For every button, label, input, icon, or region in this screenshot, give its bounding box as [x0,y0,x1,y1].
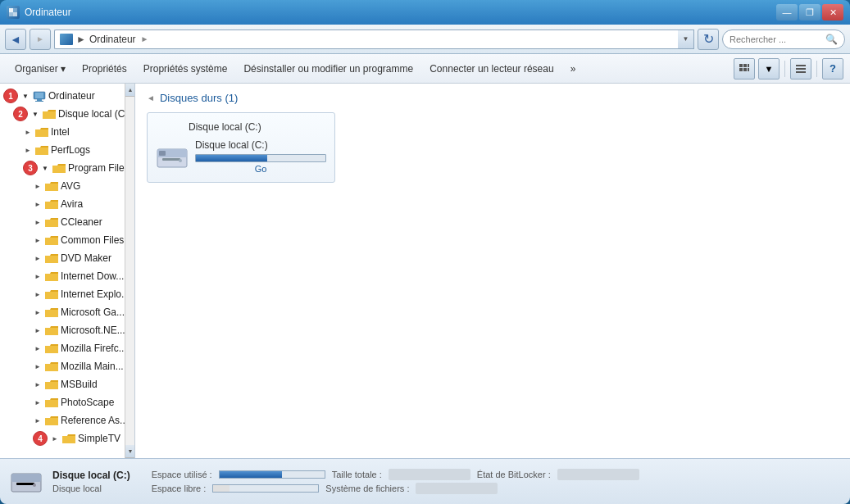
search-input[interactable] [730,34,822,44]
sidebar-item-photoscapeapp[interactable]: ► PhotoScape [0,393,134,411]
tree-arrow-disque-local: ▼ [30,109,40,119]
window-controls: — ❐ ✕ [776,4,843,20]
folder-icon-dvd-maker [45,253,58,264]
tree-arrow-mozilla-firefc: ► [33,343,43,353]
status-row-used: Espace utilisé : Taille totale : État de… [152,469,639,480]
disk-drive-icon [156,143,189,171]
view-mode-button[interactable] [734,58,755,79]
address-field[interactable]: ► Ordinateur ► [54,30,678,49]
details-view-button[interactable] [790,58,811,79]
back-button[interactable]: ◄ [5,29,26,50]
folder-icon-program-files [52,163,66,174]
forward-button[interactable]: ► [30,29,51,50]
disk-go-button[interactable]: Go [195,164,326,174]
sidebar-label-mozilla-main: Mozilla Main... [61,361,134,372]
sidebar-item-disque-local[interactable]: 2▼ Disque local (C:) [0,105,134,123]
address-dropdown[interactable]: ▼ [678,30,694,49]
scroll-up-button[interactable]: ▲ [125,84,135,97]
sidebar-item-mozilla-firefc[interactable]: ► Mozilla Firefc... [0,339,134,357]
svg-rect-14 [35,93,43,98]
svg-rect-12 [796,71,806,73]
section-title: Disques durs (1) [160,92,238,104]
sidebar-item-reference-as[interactable]: ► Reference As... [0,411,134,429]
sidebar-label-microsoft-ga: Microsoft Ga... [61,306,134,318]
sidebar-item-avg[interactable]: ► AVG [0,177,134,195]
address-arrow: ► [141,34,149,43]
refresh-button[interactable]: ↻ [698,29,719,50]
systeme-fichiers-label: Système de fichiers : [325,484,409,493]
sidebar-label-ordinateur: Ordinateur [48,90,134,102]
sidebar-item-common-files[interactable]: ► Common Files [0,231,134,249]
disk-item-label: Disque local (C:) [156,121,261,133]
svg-rect-6 [748,64,749,67]
tree-arrow-program-files: ▼ [40,163,50,173]
view-dropdown-button[interactable]: ▼ [758,58,780,79]
proprietes-button[interactable]: Propriétés [74,57,135,80]
tree-arrow-avira: ► [33,199,43,209]
taille-totale-label: Taille totale : [332,470,382,479]
disk-info: Disque local (C:) Go [195,139,326,174]
sidebar-item-microsoft-ga[interactable]: ► Microsoft Ga... [0,303,134,321]
main-panel: Disques durs (1) Disque local (C:) [135,84,850,458]
search-box[interactable]: 🔍 [722,30,845,49]
help-button[interactable]: ? [822,58,843,79]
sidebar-item-msbuild[interactable]: ► MSBuild [0,375,134,393]
sidebar-item-dvd-maker[interactable]: ► DVD Maker [0,249,134,267]
sidebar-item-internet-dow[interactable]: ► Internet Dow... [0,267,134,285]
folder-icon-msbuild [45,379,58,390]
connecter-button[interactable]: Connecter un lecteur réseau [421,57,561,80]
tree-arrow-msbuild: ► [33,379,43,389]
sidebar-item-internet-expl[interactable]: ► Internet Explo... [0,285,134,303]
tree-arrow-perflogs: ► [23,145,33,155]
folder-icon-simpletv [62,434,75,444]
sidebar-scrollbar[interactable]: ▲ ▼ [125,84,134,458]
svg-rect-24 [16,483,34,485]
tree-arrow-dvd-maker: ► [33,253,43,263]
sidebar-item-perflogs[interactable]: ► PerfLogs [0,141,134,159]
status-row-free: Espace libre : Système de fichiers : [152,483,639,494]
bitlocker-value [557,469,639,480]
more-button[interactable]: » [562,57,584,80]
sidebar-label-disque-local: Disque local (C:) [58,108,134,120]
close-button[interactable]: ✕ [822,4,843,20]
organiser-button[interactable]: Organiser ▾ [7,57,74,80]
espace-utilise-label: Espace utilisé : [152,470,212,479]
address-text: ► [76,34,86,45]
sidebar-label-ccleaner: CCleaner [61,216,134,228]
sidebar-item-microsoft-ne[interactable]: ► Microsoft.NE... [0,321,134,339]
address-bar: ◄ ► ► Ordinateur ► ▼ ↻ 🔍 [0,25,850,54]
sidebar-label-perflogs: PerfLogs [51,144,134,156]
sidebar-item-program-files[interactable]: 3▼ Program Files [0,159,134,177]
svg-rect-4 [739,64,743,67]
svg-point-25 [33,484,36,487]
sidebar-item-mozilla-main[interactable]: ► Mozilla Main... [0,357,134,375]
status-info: Disque local (C:) Disque local [52,470,130,493]
sidebar-label-photoscapeapp: PhotoScape [61,397,134,408]
svg-rect-23 [11,474,41,482]
disk-item-c[interactable]: Disque local (C:) [147,112,335,183]
sidebar-item-simpletv[interactable]: 4► SimpleTV [0,429,134,447]
svg-point-20 [179,159,182,162]
svg-rect-16 [35,101,43,102]
free-space-bar [212,484,319,493]
tree-arrow-internet-dow: ► [33,271,43,281]
title-bar: Ordinateur — ❐ ✕ [0,0,850,25]
sidebar-label-reference-as: Reference As... [61,415,134,426]
sidebar-item-ordinateur[interactable]: 1▼ Ordinateur [0,87,134,105]
sidebar-item-intel[interactable]: ► Intel [0,123,134,141]
scroll-down-button[interactable]: ▼ [125,445,135,458]
minimize-button[interactable]: — [776,4,798,20]
sidebar-item-avira[interactable]: ► Avira [0,195,134,213]
sidebar-label-dvd-maker: DVD Maker [61,252,134,264]
tree-arrow-internet-expl: ► [33,289,43,299]
sidebar-label-avira: Avira [61,198,134,210]
sidebar-item-ccleaner[interactable]: ► CCleaner [0,213,134,231]
desinstaller-button[interactable]: Désinstaller ou modifier un programme [235,57,421,80]
sidebar: 1▼ Ordinateur2▼ Disque local (C:)► Intel… [0,84,135,458]
toolbar: Organiser ▾ Propriétés Propriétés systèm… [0,54,850,84]
taille-totale-value [389,469,470,480]
maximize-button[interactable]: ❐ [799,4,820,20]
badge-program-files: 3 [23,161,38,175]
proprietes-systeme-button[interactable]: Propriétés système [135,57,236,80]
status-disk-sub: Disque local [52,484,130,493]
